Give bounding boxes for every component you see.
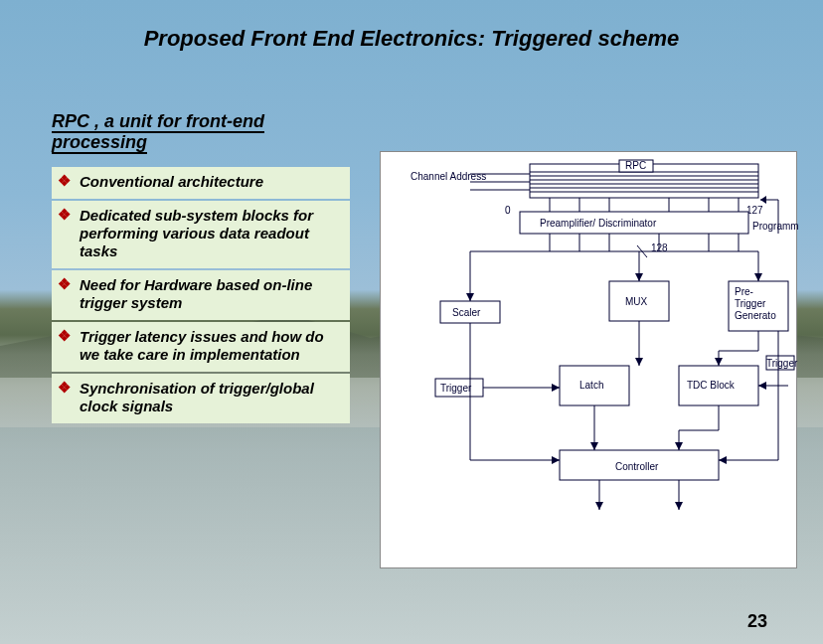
block-diagram: RPC Channel Address 0 127 Preamplifier/ … [380, 151, 797, 568]
diag-tdc: TDC Block [687, 380, 736, 391]
svg-marker-53 [675, 502, 683, 510]
diag-idx0: 0 [505, 205, 511, 216]
bullet-item: Synchronisation of trigger/global clock … [52, 374, 350, 423]
diag-channel-address: Channel Address [411, 171, 486, 182]
diag-scaler: Scaler [452, 307, 481, 318]
svg-marker-41 [715, 358, 723, 366]
diag-latch: Latch [579, 380, 603, 391]
svg-marker-28 [635, 273, 643, 281]
subtitle: RPC , a unit for front-end processing [52, 111, 350, 152]
subtitle-line2: processing [52, 132, 147, 152]
diag-rpc-label: RPC [625, 160, 646, 171]
diag-preamp: Preamplifier/ Discriminator [540, 218, 657, 229]
bullet-item: Trigger latency issues and how do we tak… [52, 322, 350, 372]
bullet-item: Conventional architecture [52, 167, 350, 199]
svg-marker-43 [758, 382, 766, 390]
svg-marker-33 [754, 273, 762, 281]
svg-marker-38 [552, 384, 560, 392]
subtitle-line1: RPC , a unit for front-end [52, 111, 264, 131]
diag-idx127: 127 [746, 205, 763, 216]
diag-programmable: Programmable [752, 221, 798, 232]
diag-mux: MUX [625, 296, 648, 307]
slide-title: Proposed Front End Electronics: Triggere… [0, 26, 823, 52]
svg-marker-46 [590, 442, 598, 450]
diag-128: 128 [651, 242, 668, 253]
diag-controller: Controller [615, 461, 659, 472]
bullet-list: Conventional architecture Dedicated sub-… [52, 167, 350, 425]
svg-marker-48 [719, 456, 727, 464]
svg-marker-51 [595, 502, 603, 510]
svg-marker-45 [552, 456, 560, 464]
diag-trigger-right: Trigger [766, 358, 798, 369]
bullet-item: Need for Hardware based on-line trigger … [52, 270, 350, 320]
svg-marker-30 [466, 293, 474, 301]
svg-marker-47 [675, 442, 683, 450]
svg-marker-35 [635, 358, 643, 366]
page-number: 23 [747, 611, 767, 632]
diag-trigger-left: Trigger [440, 383, 472, 394]
bullet-item: Dedicated sub-system blocks for performi… [52, 201, 350, 268]
svg-marker-18 [760, 196, 766, 204]
